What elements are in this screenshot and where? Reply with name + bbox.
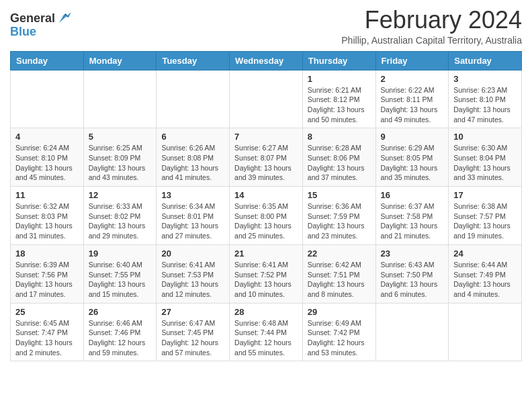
day-info: Sunrise: 6:30 AMSunset: 8:04 PMDaylight:… (453, 143, 517, 183)
day-info: Sunrise: 6:23 AMSunset: 8:10 PMDaylight:… (453, 85, 517, 125)
day-info: Sunrise: 6:36 AMSunset: 7:59 PMDaylight:… (308, 201, 371, 241)
calendar-cell (157, 70, 230, 128)
day-info: Sunrise: 6:42 AMSunset: 7:51 PMDaylight:… (308, 260, 371, 300)
calendar-cell: 1Sunrise: 6:21 AMSunset: 8:12 PMDaylight… (302, 70, 375, 128)
calendar-cell (375, 303, 449, 361)
day-number: 22 (308, 248, 371, 259)
day-info: Sunrise: 6:29 AMSunset: 8:05 PMDaylight:… (381, 143, 444, 183)
day-number: 8 (308, 132, 371, 142)
calendar-cell: 5Sunrise: 6:25 AMSunset: 8:09 PMDaylight… (83, 128, 157, 187)
day-number: 25 (15, 307, 79, 317)
day-number: 27 (161, 307, 224, 317)
day-info: Sunrise: 6:35 AMSunset: 8:00 PMDaylight:… (234, 201, 298, 241)
calendar-cell: 19Sunrise: 6:40 AMSunset: 7:55 PMDayligh… (83, 244, 157, 303)
calendar-cell: 12Sunrise: 6:33 AMSunset: 8:02 PMDayligh… (83, 187, 157, 245)
calendar-cell: 21Sunrise: 6:41 AMSunset: 7:52 PMDayligh… (230, 244, 303, 303)
day-info: Sunrise: 6:28 AMSunset: 8:06 PMDaylight:… (308, 143, 371, 183)
day-number: 11 (15, 190, 79, 200)
day-info: Sunrise: 6:21 AMSunset: 8:12 PMDaylight:… (308, 85, 371, 125)
main-title: February 2024 (341, 7, 522, 34)
day-number: 12 (89, 190, 152, 200)
day-info: Sunrise: 6:33 AMSunset: 8:02 PMDaylight:… (89, 201, 152, 241)
day-info: Sunrise: 6:49 AMSunset: 7:42 PMDaylight:… (308, 318, 371, 358)
day-number: 17 (453, 190, 517, 200)
calendar-cell: 9Sunrise: 6:29 AMSunset: 8:05 PMDaylight… (375, 128, 449, 187)
day-info: Sunrise: 6:37 AMSunset: 7:58 PMDaylight:… (381, 201, 444, 241)
calendar-cell (83, 70, 157, 128)
day-info: Sunrise: 6:43 AMSunset: 7:50 PMDaylight:… (381, 260, 444, 300)
page-header: General Blue February 2024 Phillip, Aust… (10, 7, 522, 46)
calendar-cell: 28Sunrise: 6:48 AMSunset: 7:44 PMDayligh… (230, 303, 303, 361)
calendar-week-2: 11Sunrise: 6:32 AMSunset: 8:03 PMDayligh… (11, 187, 522, 245)
calendar-cell: 29Sunrise: 6:49 AMSunset: 7:42 PMDayligh… (302, 303, 375, 361)
day-number: 20 (161, 248, 224, 259)
calendar-header-thursday: Thursday (302, 51, 375, 70)
logo-blue-text: Blue (10, 25, 36, 38)
day-number: 15 (308, 190, 371, 200)
calendar-cell: 18Sunrise: 6:39 AMSunset: 7:56 PMDayligh… (11, 244, 84, 303)
day-number: 19 (89, 248, 152, 259)
calendar-cell: 2Sunrise: 6:22 AMSunset: 8:11 PMDaylight… (375, 70, 449, 128)
day-info: Sunrise: 6:32 AMSunset: 8:03 PMDaylight:… (15, 201, 79, 241)
day-number: 2 (381, 74, 444, 84)
title-block: February 2024 Phillip, Australian Capita… (341, 7, 522, 46)
day-number: 7 (234, 132, 298, 142)
calendar-cell: 15Sunrise: 6:36 AMSunset: 7:59 PMDayligh… (302, 187, 375, 245)
calendar-cell (11, 70, 84, 128)
logo-general-text: General (10, 12, 55, 24)
day-info: Sunrise: 6:24 AMSunset: 8:10 PMDaylight:… (15, 143, 79, 183)
calendar-week-1: 4Sunrise: 6:24 AMSunset: 8:10 PMDaylight… (11, 128, 522, 187)
day-info: Sunrise: 6:48 AMSunset: 7:44 PMDaylight:… (234, 318, 298, 358)
calendar-cell (230, 70, 303, 128)
calendar-cell: 17Sunrise: 6:38 AMSunset: 7:57 PMDayligh… (449, 187, 522, 245)
day-number: 6 (161, 132, 224, 142)
day-number: 5 (89, 132, 152, 142)
subtitle: Phillip, Australian Capital Territory, A… (341, 35, 522, 46)
calendar-header-saturday: Saturday (449, 51, 522, 70)
day-info: Sunrise: 6:45 AMSunset: 7:47 PMDaylight:… (15, 318, 79, 358)
day-info: Sunrise: 6:47 AMSunset: 7:45 PMDaylight:… (161, 318, 224, 358)
calendar-header-wednesday: Wednesday (230, 51, 303, 70)
day-info: Sunrise: 6:26 AMSunset: 8:08 PMDaylight:… (161, 143, 224, 183)
calendar-header-row: SundayMondayTuesdayWednesdayThursdayFrid… (11, 51, 522, 70)
calendar-cell: 7Sunrise: 6:27 AMSunset: 8:07 PMDaylight… (230, 128, 303, 187)
calendar-cell: 11Sunrise: 6:32 AMSunset: 8:03 PMDayligh… (11, 187, 84, 245)
day-number: 29 (308, 307, 371, 317)
svg-marker-0 (59, 12, 71, 23)
day-number: 21 (234, 248, 298, 259)
day-number: 14 (234, 190, 298, 200)
calendar-cell: 14Sunrise: 6:35 AMSunset: 8:00 PMDayligh… (230, 187, 303, 245)
calendar-week-0: 1Sunrise: 6:21 AMSunset: 8:12 PMDaylight… (11, 70, 522, 128)
logo-bird-icon (56, 11, 71, 26)
calendar-header-friday: Friday (375, 51, 449, 70)
day-info: Sunrise: 6:39 AMSunset: 7:56 PMDaylight:… (15, 260, 79, 300)
calendar-cell: 20Sunrise: 6:41 AMSunset: 7:53 PMDayligh… (157, 244, 230, 303)
calendar-cell (449, 303, 522, 361)
day-number: 10 (453, 132, 517, 142)
day-number: 16 (381, 190, 444, 200)
day-number: 23 (381, 248, 444, 259)
calendar-week-4: 25Sunrise: 6:45 AMSunset: 7:47 PMDayligh… (11, 303, 522, 361)
calendar-header-sunday: Sunday (11, 51, 84, 70)
day-number: 9 (381, 132, 444, 142)
calendar-cell: 16Sunrise: 6:37 AMSunset: 7:58 PMDayligh… (375, 187, 449, 245)
day-number: 18 (15, 248, 79, 259)
day-info: Sunrise: 6:38 AMSunset: 7:57 PMDaylight:… (453, 201, 517, 241)
day-info: Sunrise: 6:22 AMSunset: 8:11 PMDaylight:… (381, 85, 444, 125)
calendar-week-3: 18Sunrise: 6:39 AMSunset: 7:56 PMDayligh… (11, 244, 522, 303)
calendar-cell: 10Sunrise: 6:30 AMSunset: 8:04 PMDayligh… (449, 128, 522, 187)
day-info: Sunrise: 6:46 AMSunset: 7:46 PMDaylight:… (89, 318, 152, 358)
day-number: 3 (453, 74, 517, 84)
calendar-cell: 25Sunrise: 6:45 AMSunset: 7:47 PMDayligh… (11, 303, 84, 361)
calendar-cell: 6Sunrise: 6:26 AMSunset: 8:08 PMDaylight… (157, 128, 230, 187)
day-number: 28 (234, 307, 298, 317)
calendar-cell: 23Sunrise: 6:43 AMSunset: 7:50 PMDayligh… (375, 244, 449, 303)
calendar-cell: 4Sunrise: 6:24 AMSunset: 8:10 PMDaylight… (11, 128, 84, 187)
day-info: Sunrise: 6:40 AMSunset: 7:55 PMDaylight:… (89, 260, 152, 300)
day-info: Sunrise: 6:44 AMSunset: 7:49 PMDaylight:… (453, 260, 517, 300)
day-number: 1 (308, 74, 371, 84)
day-number: 13 (161, 190, 224, 200)
day-info: Sunrise: 6:41 AMSunset: 7:53 PMDaylight:… (161, 260, 224, 300)
calendar-cell: 24Sunrise: 6:44 AMSunset: 7:49 PMDayligh… (449, 244, 522, 303)
calendar-cell: 27Sunrise: 6:47 AMSunset: 7:45 PMDayligh… (157, 303, 230, 361)
